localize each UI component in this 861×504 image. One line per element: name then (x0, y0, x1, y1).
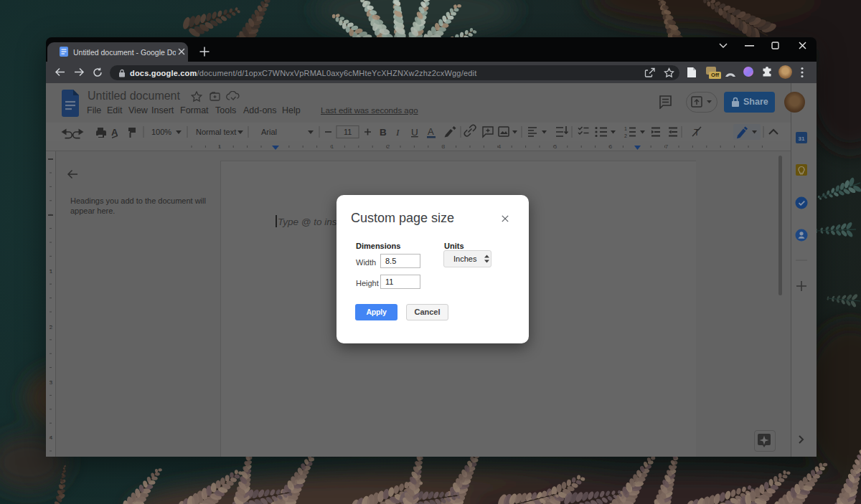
svg-text:1: 1 (218, 143, 222, 150)
svg-text:I: I (395, 127, 400, 138)
svg-text:2: 2 (50, 324, 53, 331)
svg-text:2: 2 (624, 133, 627, 138)
svg-text:1: 1 (50, 268, 53, 275)
svg-text:2: 2 (387, 143, 390, 150)
svg-text:7: 7 (665, 143, 669, 150)
svg-text:4: 4 (498, 143, 502, 150)
svg-text:Arial: Arial (261, 128, 277, 136)
svg-text:100%: 100% (151, 128, 171, 136)
svg-text:6: 6 (609, 143, 613, 150)
svg-text:1: 1 (624, 126, 627, 131)
svg-text:11: 11 (344, 128, 352, 136)
svg-text:4: 4 (50, 434, 53, 441)
svg-text:A: A (428, 126, 434, 137)
svg-text:B: B (380, 127, 387, 138)
svg-text:U: U (411, 127, 418, 138)
svg-text:Normal text: Normal text (196, 128, 236, 136)
svg-text:3: 3 (50, 379, 53, 386)
svg-text:3: 3 (442, 143, 446, 150)
svg-text:1: 1 (331, 143, 334, 150)
svg-text:31: 31 (799, 135, 805, 142)
svg-text:5: 5 (554, 143, 557, 150)
